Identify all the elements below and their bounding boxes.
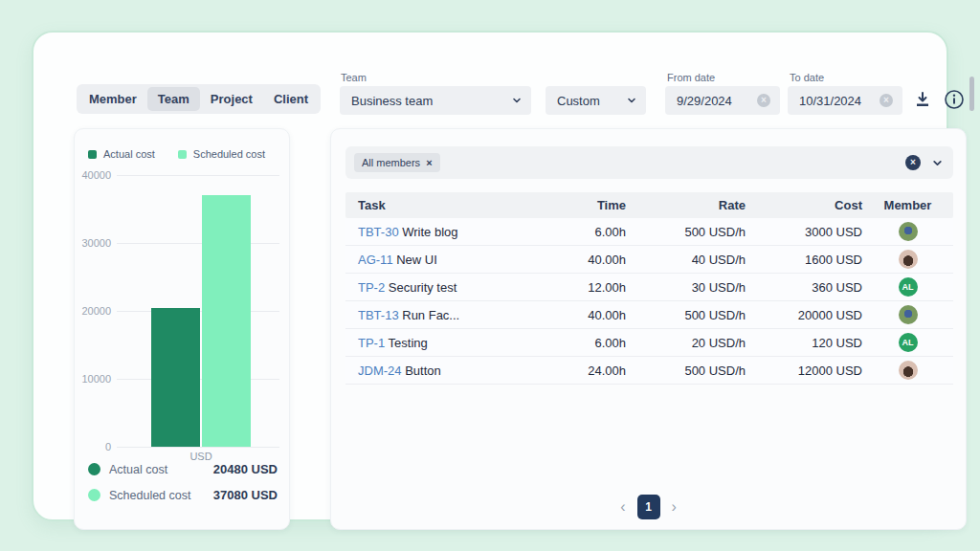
cell-rate: 500 USD/h [626, 364, 746, 378]
cell-member [862, 250, 953, 269]
summary-value: 20480 USD [213, 462, 278, 476]
col-header-time: Time [525, 198, 626, 212]
cell-cost: 120 USD [746, 336, 862, 350]
team-select[interactable]: Business team [340, 86, 531, 115]
member-avatar[interactable] [899, 250, 918, 269]
bar-scheduled-cost [202, 195, 251, 447]
from-date-field[interactable]: 9/29/2024 × [665, 86, 780, 115]
chip-remove-icon[interactable]: × [426, 157, 432, 168]
range-select-value: Custom [557, 94, 619, 108]
to-date-field[interactable]: 10/31/2024 × [788, 86, 902, 115]
task-id-link[interactable]: JDM-24 [358, 364, 402, 378]
summary-row: Actual cost20480 USD [88, 462, 278, 476]
tab-client[interactable]: Client [263, 87, 319, 111]
cell-time: 40.00h [525, 253, 626, 267]
cost-table-panel: All members × × Task Time Rate Cost Memb… [330, 128, 967, 530]
from-date-label: From date [667, 72, 715, 83]
to-date-value: 10/31/2024 [799, 94, 872, 108]
legend-swatch [88, 150, 97, 159]
cell-rate: 40 USD/h [626, 253, 746, 267]
member-avatar[interactable] [899, 361, 918, 380]
table-row: TBT-30 Write blog6.00h500 USD/h3000 USD [345, 218, 953, 246]
legend-swatch [178, 150, 187, 159]
cell-time: 40.00h [525, 308, 626, 322]
clear-to-date-icon[interactable]: × [880, 94, 893, 107]
prev-page-button[interactable]: ‹ [620, 499, 625, 515]
summary-label: Actual cost [109, 463, 213, 476]
scrollbar-thumb[interactable] [969, 77, 974, 111]
cell-member [862, 222, 953, 241]
chart-y-tick-label: 20000 [75, 305, 111, 317]
chart-gridline [117, 175, 279, 176]
task-id-link[interactable]: AG-11 [358, 253, 393, 267]
table-row: JDM-24 Button24.00h500 USD/h12000 USD [345, 357, 953, 385]
team-filter-label: Team [341, 72, 367, 83]
chart-y-tick-label: 30000 [75, 237, 111, 249]
info-button[interactable] [944, 89, 965, 113]
tab-team[interactable]: Team [147, 87, 200, 111]
next-page-button[interactable]: › [672, 499, 677, 515]
members-filter-bar[interactable]: All members × × [345, 146, 953, 179]
cell-task: TBT-13 Run Fac... [345, 308, 525, 322]
info-icon [944, 99, 965, 113]
task-id-link[interactable]: TP-1 [358, 336, 385, 350]
table-header-row: Task Time Rate Cost Member [345, 192, 953, 218]
cell-task: TBT-30 Write blog [345, 225, 525, 239]
cell-time: 6.00h [525, 225, 626, 239]
cell-rate: 30 USD/h [626, 280, 746, 295]
task-id-link[interactable]: TBT-13 [358, 308, 399, 322]
chevron-down-icon[interactable] [932, 158, 942, 167]
col-header-member: Member [862, 198, 953, 212]
team-select-value: Business team [351, 94, 504, 108]
summary-label: Scheduled cost [109, 489, 213, 502]
download-icon [913, 98, 932, 112]
cell-member [862, 361, 953, 380]
members-filter-chip[interactable]: All members × [354, 153, 440, 172]
cell-rate: 20 USD/h [626, 336, 746, 350]
cell-member: AL [862, 333, 953, 352]
chart-legend: Actual costScheduled cost [88, 148, 265, 160]
tab-bar: MemberTeamProjectClient [77, 84, 321, 114]
legend-label: Actual cost [103, 148, 155, 160]
app-background: MemberTeamProjectClient Team Business te… [0, 0, 980, 551]
range-select[interactable]: Custom [546, 86, 646, 115]
summary-row: Scheduled cost37080 USD [88, 488, 278, 502]
chart-gridline [117, 447, 279, 448]
summary-dot [88, 463, 100, 475]
member-avatar[interactable] [899, 222, 918, 241]
cell-cost: 360 USD [746, 280, 862, 295]
clear-members-icon[interactable]: × [905, 155, 921, 170]
page-1-button[interactable]: 1 [637, 495, 660, 519]
cell-cost: 3000 USD [746, 225, 862, 239]
legend-item: Scheduled cost [178, 148, 265, 160]
table-body: TBT-30 Write blog6.00h500 USD/h3000 USDA… [345, 218, 953, 385]
cell-member [862, 305, 953, 324]
cell-time: 24.00h [525, 364, 626, 378]
task-id-link[interactable]: TP-2 [358, 280, 385, 295]
pagination: ‹ 1 › [331, 495, 966, 519]
task-id-link[interactable]: TBT-30 [358, 225, 399, 239]
members-filter-chip-label: All members [362, 157, 420, 168]
chart-x-category: USD [151, 451, 251, 462]
clear-from-date-icon[interactable]: × [757, 94, 770, 107]
table-row: TP-2 Security test12.00h30 USD/h360 USDA… [345, 274, 953, 301]
table-row: TP-1 Testing6.00h20 USD/h120 USDAL [345, 329, 953, 357]
summary-value: 37080 USD [213, 488, 278, 502]
cell-cost: 20000 USD [746, 308, 862, 322]
table-row: AG-11 New UI40.00h40 USD/h1600 USD [345, 246, 953, 274]
download-button[interactable] [913, 90, 932, 112]
chevron-down-icon [512, 96, 522, 105]
cell-cost: 12000 USD [746, 364, 862, 378]
member-avatar[interactable] [899, 305, 918, 324]
member-avatar[interactable]: AL [899, 277, 918, 297]
chart-y-tick-label: 10000 [75, 373, 111, 385]
member-avatar[interactable]: AL [899, 333, 918, 352]
tab-project[interactable]: Project [200, 87, 263, 111]
from-date-value: 9/29/2024 [677, 94, 749, 108]
cell-task: AG-11 New UI [345, 253, 525, 267]
chevron-down-icon [627, 96, 636, 105]
tab-member[interactable]: Member [78, 87, 147, 111]
col-header-rate: Rate [626, 198, 746, 212]
cell-rate: 500 USD/h [626, 308, 746, 322]
cell-time: 6.00h [525, 336, 626, 350]
